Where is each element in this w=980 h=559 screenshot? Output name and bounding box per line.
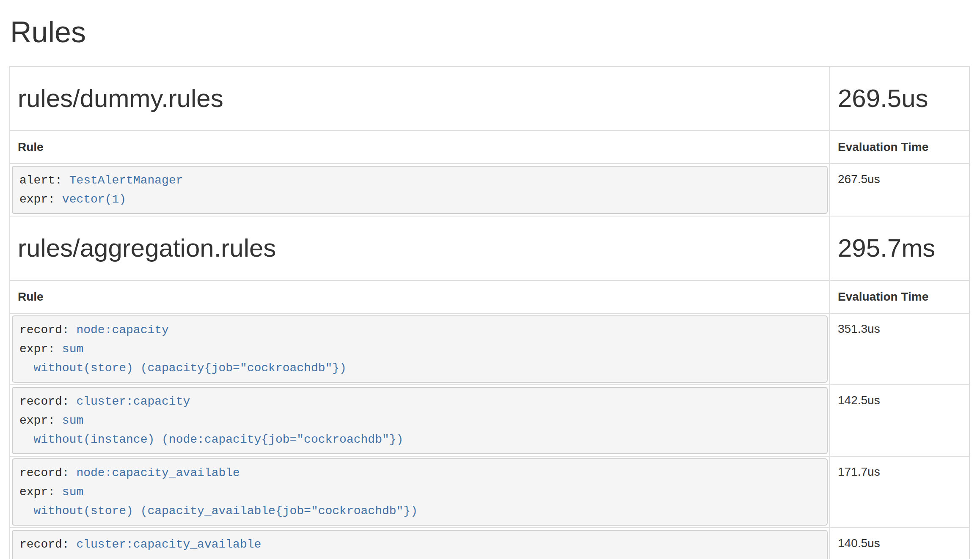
rule-group-header-row: rules/dummy.rules 269.5us: [10, 66, 969, 131]
rule-expr-link[interactable]: sum without(instance) (node:capacity_ava…: [19, 557, 474, 559]
rule-expr-label: expr:: [19, 414, 55, 427]
rule-name-link[interactable]: node:capacity_available: [76, 466, 239, 480]
rule-kind-label: alert:: [19, 174, 62, 187]
evaluation-time-column-header: Evaluation Time: [830, 131, 969, 164]
rule-evaluation-time: 140.5us: [830, 528, 969, 559]
rule-group-file-cell: rules/aggregation.rules: [10, 216, 830, 280]
rule-expr-label: expr:: [19, 343, 55, 356]
evaluation-time-column-header: Evaluation Time: [830, 280, 969, 313]
rule-group-file: rules/aggregation.rules: [18, 230, 822, 266]
rule-definition-cell: record: cluster:capacityexpr: sum withou…: [10, 385, 830, 456]
rule-expr-link[interactable]: vector(1): [62, 193, 126, 206]
rule-group-file: rules/dummy.rules: [18, 80, 822, 117]
rule-definition-cell: record: node:capacity_availableexpr: sum…: [10, 456, 830, 528]
rule-column-header: Rule: [10, 280, 830, 313]
rule-row: record: node:capacity_availableexpr: sum…: [10, 456, 969, 528]
column-header-row: Rule Evaluation Time: [10, 131, 969, 164]
rule-definition: record: cluster:capacityexpr: sum withou…: [12, 387, 828, 454]
rules-table: rules/dummy.rules 269.5us Rule Evaluatio…: [9, 66, 970, 559]
rule-definition-cell: record: node:capacityexpr: sum without(s…: [10, 313, 830, 385]
page-title: Rules: [10, 11, 971, 53]
rule-row: alert: TestAlertManagerexpr: vector(1) 2…: [10, 164, 969, 216]
rule-expr-link[interactable]: sum without(store) (capacity_available{j…: [19, 485, 418, 518]
rule-name-link[interactable]: node:capacity: [76, 323, 168, 337]
rule-group-header-row: rules/aggregation.rules 295.7ms: [10, 216, 969, 280]
rule-expr-label: expr:: [19, 193, 55, 206]
rule-expr-link[interactable]: sum without(instance) (node:capacity{job…: [19, 414, 403, 446]
rule-row: record: cluster:capacity_availableexpr: …: [10, 528, 969, 559]
rule-definition-cell: alert: TestAlertManagerexpr: vector(1): [10, 164, 830, 216]
rule-name-link[interactable]: cluster:capacity_available: [76, 538, 261, 551]
rule-kind-label: record:: [19, 323, 69, 337]
rule-evaluation-time: 351.3us: [830, 313, 969, 385]
rule-name-link[interactable]: TestAlertManager: [69, 174, 183, 187]
rule-expr-link[interactable]: sum without(store) (capacity{job="cockro…: [19, 343, 347, 375]
rule-group-eval-time-cell: 269.5us: [830, 66, 969, 131]
rule-evaluation-time: 171.7us: [830, 456, 969, 528]
rule-row: record: node:capacityexpr: sum without(s…: [10, 313, 969, 385]
rule-row: record: cluster:capacityexpr: sum withou…: [10, 385, 969, 456]
rule-definition: record: node:capacity_availableexpr: sum…: [12, 458, 828, 526]
rule-column-header: Rule: [10, 131, 830, 164]
rule-kind-label: record:: [19, 395, 69, 408]
rule-kind-label: record:: [19, 538, 69, 551]
rule-group-eval-time: 295.7ms: [838, 230, 961, 266]
rule-definition: alert: TestAlertManagerexpr: vector(1): [12, 166, 828, 214]
rule-evaluation-time: 142.5us: [830, 385, 969, 456]
rule-expr-label: expr:: [19, 557, 55, 559]
rule-expr-label: expr:: [19, 485, 55, 499]
rule-evaluation-time: 267.5us: [830, 164, 969, 216]
rule-group-file-cell: rules/dummy.rules: [10, 66, 830, 131]
rule-kind-label: record:: [19, 466, 69, 480]
rule-definition: record: cluster:capacity_availableexpr: …: [12, 530, 828, 559]
rule-group-eval-time: 269.5us: [838, 80, 961, 117]
rule-definition-cell: record: cluster:capacity_availableexpr: …: [10, 528, 830, 559]
column-header-row: Rule Evaluation Time: [10, 280, 969, 313]
rule-definition: record: node:capacityexpr: sum without(s…: [12, 315, 828, 383]
rule-name-link[interactable]: cluster:capacity: [76, 395, 190, 408]
rule-group-eval-time-cell: 295.7ms: [830, 216, 969, 280]
